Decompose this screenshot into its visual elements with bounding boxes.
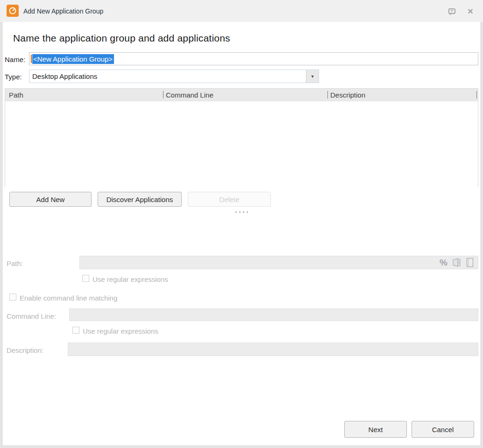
help-button[interactable]: ?	[446, 6, 458, 17]
insert-variable-icon: %	[440, 258, 447, 267]
type-dropdown-value: Desktop Applications	[29, 72, 306, 80]
command-line-label: Command Line:	[7, 312, 56, 320]
text-caret	[31, 55, 32, 63]
grip-dot	[239, 211, 241, 213]
delete-button: Delete	[188, 192, 271, 207]
column-divider	[327, 91, 328, 98]
type-dropdown[interactable]: Desktop Applications ▼	[29, 70, 319, 83]
application-list-body[interactable]	[5, 101, 478, 187]
path-label: Path:	[7, 259, 23, 267]
close-button[interactable]: ✕	[464, 6, 476, 17]
enable-command-line-matching-label: Enable command line matching	[20, 294, 117, 302]
column-header-path[interactable]: Path	[5, 89, 163, 101]
grip-dot	[247, 211, 248, 213]
application-list[interactable]: Path Command Line Description	[5, 88, 478, 187]
description-label: Description:	[7, 346, 43, 354]
help-bubble-icon: ?	[448, 8, 455, 14]
app-gauge-icon	[7, 5, 19, 17]
dropdown-arrow-button[interactable]: ▼	[306, 70, 319, 83]
next-button[interactable]: Next	[344, 421, 407, 438]
add-new-button[interactable]: Add New	[9, 192, 92, 207]
use-regular-expressions-path-checkbox	[82, 275, 89, 282]
name-input-selected-text: <New Application Group>	[32, 54, 114, 64]
column-divider	[476, 91, 477, 98]
use-regular-expressions-cmdline-checkbox	[72, 327, 79, 334]
browse-application-icon	[452, 258, 462, 267]
command-line-field	[69, 308, 478, 321]
window-title: Add New Application Group	[23, 0, 103, 22]
use-regular-expressions-path-label: Use regular expressions	[92, 275, 168, 283]
column-header-description[interactable]: Description	[327, 89, 476, 101]
application-list-header: Path Command Line Description	[5, 89, 478, 101]
column-header-command-line[interactable]: Command Line	[163, 89, 327, 101]
column-divider	[163, 91, 163, 98]
discover-applications-button[interactable]: Discover Applications	[98, 192, 182, 207]
dialog-frame-right	[480, 22, 483, 448]
description-field	[68, 343, 478, 356]
browse-file-icon	[466, 258, 474, 267]
name-label: Name:	[5, 56, 25, 63]
name-input[interactable]: <New Application Group>	[29, 52, 478, 65]
type-label: Type:	[5, 73, 22, 81]
splitter-grip[interactable]	[235, 211, 248, 213]
grip-dot	[235, 211, 237, 213]
enable-command-line-matching-checkbox	[9, 294, 16, 301]
chevron-down-icon: ▼	[311, 74, 315, 79]
page-title: Name the application group and add appli…	[13, 33, 230, 44]
path-field: %	[79, 256, 478, 269]
grip-dot	[243, 211, 244, 213]
dialog-frame-left	[0, 22, 3, 448]
cancel-button[interactable]: Cancel	[412, 421, 474, 438]
use-regular-expressions-cmdline-label: Use regular expressions	[83, 327, 158, 335]
dialog-frame-bottom	[0, 445, 483, 448]
close-icon: ✕	[467, 7, 473, 16]
